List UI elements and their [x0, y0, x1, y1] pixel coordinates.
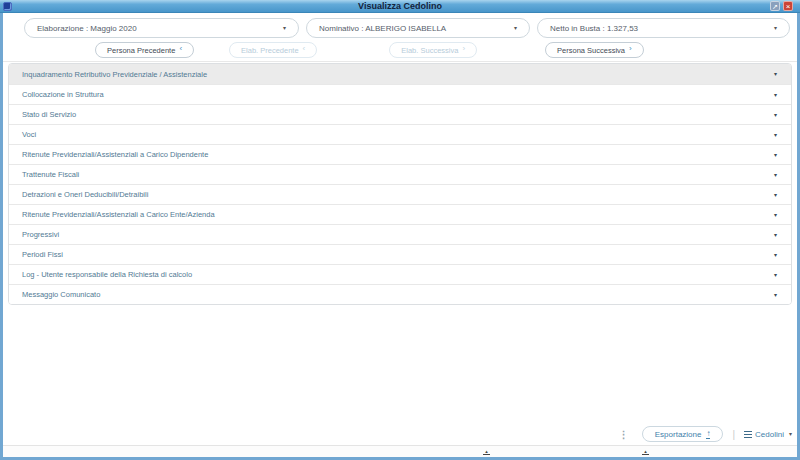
esportazione-button[interactable]: Esportazione ↑ [642, 426, 724, 442]
chevron-down-icon: ▾ [774, 232, 777, 238]
app-window-icon [3, 2, 12, 11]
accordion-section-label: Voci [22, 130, 36, 139]
chevron-down-icon: ▾ [774, 252, 777, 258]
chevron-left-icon: ‹ [303, 45, 306, 53]
filter-row: Elaborazione : Maggio 2020 ▾ Nominativo … [24, 18, 790, 38]
accordion-panel: Inquadramento Retributivo Previdenziale … [8, 63, 792, 305]
chevron-down-icon: ▾ [774, 112, 777, 118]
chevron-down-icon: ▾ [774, 292, 777, 298]
persona-precedente-label: Persona Precedente [107, 46, 175, 55]
persona-successiva-button[interactable]: Persona Successiva › [545, 42, 644, 58]
accordion-section-voci[interactable]: Voci ▾ [9, 124, 791, 144]
toolbar-divider [3, 61, 797, 62]
accordion-section-label: Detrazioni e Oneri Deducibili/Detraibili [22, 190, 148, 199]
cedolini-button[interactable]: Cedolini ▾ [744, 430, 792, 439]
maximize-icon[interactable]: ↗ [770, 1, 780, 11]
accordion-section-progressivi[interactable]: Progressivi ▾ [9, 224, 791, 244]
chevron-down-icon: ▾ [774, 92, 777, 98]
chevron-down-icon: ▾ [774, 132, 777, 138]
accordion-section-log-utente[interactable]: Log - Utente responsabile della Richiest… [9, 264, 791, 284]
elaborazione-value: Elaborazione : Maggio 2020 [37, 24, 137, 33]
chevron-down-icon: ▾ [774, 212, 777, 218]
chevron-left-icon: ‹ [179, 45, 182, 53]
accordion-section-messaggio-comunicato[interactable]: Messaggio Comunicato ▾ [9, 284, 791, 304]
accordion-section-label: Inquadramento Retributivo Previdenziale … [22, 70, 207, 79]
accordion-section-label: Ritenute Previdenziali/Assistenziali a C… [22, 210, 215, 219]
accordion-section-label: Collocazione in Struttura [22, 90, 104, 99]
accordion-section-stato-di-servizio[interactable]: Stato di Servizio ▾ [9, 104, 791, 124]
accordion-section-detrazioni[interactable]: Detrazioni e Oneri Deducibili/Detraibili… [9, 184, 791, 204]
netto-in-busta-dropdown[interactable]: Netto in Busta : 1.327,53 ▾ [537, 18, 790, 38]
nominativo-dropdown[interactable]: Nominativo : ALBERIGO ISABELLA ▾ [306, 18, 530, 38]
cedolini-label: Cedolini [755, 430, 784, 439]
window-controls: ↗ × [770, 1, 793, 11]
visualizza-cedolino-window: Visualizza Cedolino ↗ × Elaborazione : M… [0, 0, 800, 460]
accordion-section-ritenute-dipendente[interactable]: Ritenute Previdenziali/Assistenziali a C… [9, 144, 791, 164]
accordion-section-label: Log - Utente responsabile della Richiest… [22, 270, 192, 279]
footer-toolbar: ⋮ Esportazione ↑ | Cedolini ▾ [615, 425, 792, 443]
elab-successiva-label: Elab. Successiva [401, 46, 458, 55]
chevron-down-icon: ▾ [774, 272, 777, 278]
elaborazione-dropdown[interactable]: Elaborazione : Maggio 2020 ▾ [24, 18, 299, 38]
accordion-section-periodi-fissi[interactable]: Periodi Fissi ▾ [9, 244, 791, 264]
accordion-section-label: Messaggio Comunicato [22, 290, 100, 299]
elab-precedente-button[interactable]: Elab. Precedente ‹ [229, 42, 317, 58]
persona-successiva-label: Persona Successiva [557, 46, 625, 55]
more-options-icon[interactable]: ⋮ [615, 429, 633, 440]
chevron-down-icon: ▾ [789, 431, 792, 437]
scroll-marker-icon: ▴ [642, 449, 649, 455]
chevron-right-icon: › [629, 45, 632, 53]
accordion-section-collocazione[interactable]: Collocazione in Struttura ▾ [9, 84, 791, 104]
chevron-down-icon: ▾ [774, 172, 777, 178]
accordion-section-label: Trattenute Fiscali [22, 170, 79, 179]
export-upload-icon: ↑ [706, 430, 710, 439]
accordion-section-ritenute-ente-azienda[interactable]: Ritenute Previdenziali/Assistenziali a C… [9, 204, 791, 224]
accordion-section-inquadramento[interactable]: Inquadramento Retributivo Previdenziale … [9, 64, 791, 84]
accordion-section-label: Progressivi [22, 230, 59, 239]
window-body: Elaborazione : Maggio 2020 ▾ Nominativo … [0, 13, 800, 460]
chevron-down-icon: ▾ [774, 25, 777, 31]
close-icon[interactable]: × [783, 1, 793, 11]
footer-separator: | [732, 429, 735, 440]
nominativo-value: Nominativo : ALBERIGO ISABELLA [319, 24, 446, 33]
chevron-down-icon: ▾ [283, 25, 286, 31]
scroll-marker-icon: ▴ [483, 449, 490, 455]
accordion-section-label: Ritenute Previdenziali/Assistenziali a C… [22, 150, 208, 159]
window-titlebar: Visualizza Cedolino ↗ × [0, 0, 800, 13]
list-icon [744, 431, 752, 438]
accordion-section-label: Periodi Fissi [22, 250, 63, 259]
accordion-section-trattenute-fiscali[interactable]: Trattenute Fiscali ▾ [9, 164, 791, 184]
chevron-down-icon: ▾ [514, 25, 517, 31]
status-strip: ▴ ▴ [3, 445, 797, 457]
chevron-down-icon: ▾ [774, 152, 777, 158]
navigation-row: Persona Precedente ‹ Elab. Precedente ‹ … [3, 41, 797, 59]
elab-successiva-button[interactable]: Elab. Successiva › [389, 42, 477, 58]
accordion-section-label: Stato di Servizio [22, 110, 76, 119]
chevron-right-icon: › [462, 45, 465, 53]
elab-precedente-label: Elab. Precedente [241, 46, 299, 55]
persona-precedente-button[interactable]: Persona Precedente ‹ [95, 42, 194, 58]
chevron-down-icon: ▾ [774, 71, 777, 77]
esportazione-label: Esportazione [655, 430, 702, 439]
window-title: Visualizza Cedolino [0, 0, 800, 12]
chevron-down-icon: ▾ [774, 192, 777, 198]
netto-in-busta-value: Netto in Busta : 1.327,53 [550, 24, 638, 33]
